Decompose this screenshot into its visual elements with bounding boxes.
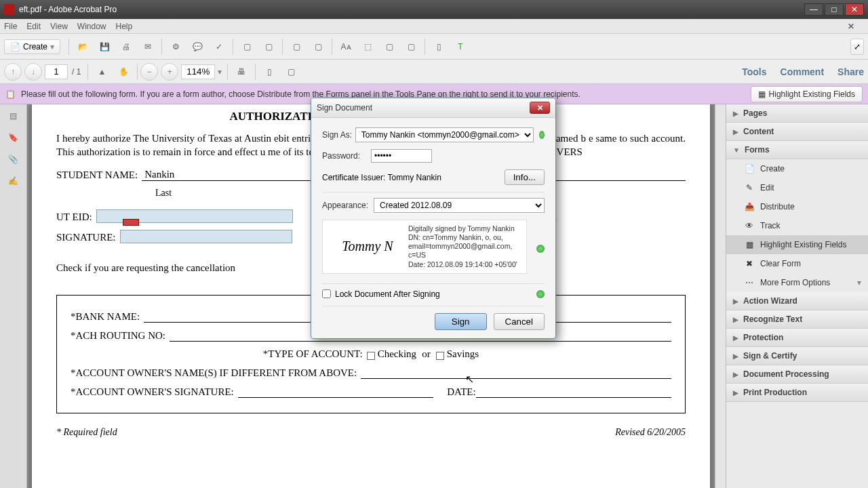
sign-document-dialog: Sign Document ✕ Sign As: Tommy Nankin <t… [311,98,556,339]
zoom-in-button[interactable]: + [161,63,178,81]
panel-print-production[interactable]: ▶Print Production [726,384,868,402]
menu-file[interactable]: File [4,22,17,31]
owner-sig-field[interactable] [238,386,433,398]
save-icon[interactable]: 💾 [96,38,113,56]
date-label: DATE: [447,386,476,398]
sign-button[interactable]: Sign [435,313,487,330]
forms-edit[interactable]: ✎Edit [726,178,868,197]
create-icon: 📄 [10,42,20,52]
tool-icon[interactable]: ▢ [282,63,300,81]
page-count: / 1 [72,67,81,77]
highlight-label: Highlight Existing Fields [769,89,855,99]
main-toolbar: 📄 Create ▾ 📂 💾 🖨 ✉ ⚙ 💬 ✓ ▢ ▢ ▢ ▢ Aᴀ ⬚ ▢ … [0,34,868,60]
tools-link[interactable]: Tools [742,66,766,77]
tool-icon[interactable]: ▢ [402,38,420,56]
comment-link[interactable]: Comment [781,66,825,77]
savings-checkbox[interactable] [436,352,444,360]
open-icon[interactable]: 📂 [74,38,92,56]
forms-distribute[interactable]: 📤Distribute [726,197,868,216]
lock-checkbox[interactable] [322,289,331,298]
edit-icon: ✎ [744,182,755,193]
prev-page-button[interactable]: ↑ [4,63,22,81]
chevron-down-icon[interactable]: ▾ [218,67,222,77]
scrollbar[interactable] [715,104,726,488]
panel-protection[interactable]: ▶Protection [726,329,868,347]
zoom-input[interactable] [181,64,215,79]
menu-view[interactable]: View [50,22,68,31]
attachments-icon[interactable]: 📎 [8,155,18,164]
tool-icon[interactable]: ⬚ [359,38,376,56]
menu-edit[interactable]: Edit [26,22,41,31]
create-button[interactable]: 📄 Create ▾ [4,39,60,54]
text-tool-icon[interactable]: Aᴀ [337,38,355,56]
appearance-select[interactable]: Created 2012.08.09 [374,198,545,213]
revised-date: Revised 6/20/2005 [615,427,686,438]
tool-icon[interactable]: ▢ [288,38,305,56]
dialog-titlebar: Sign Document ✕ [311,98,555,118]
mail-icon[interactable]: ✉ [139,38,157,56]
print-icon[interactable]: 🖨 [117,38,135,56]
titlebar: eft.pdf - Adobe Acrobat Pro — □ ✕ [0,0,868,19]
required-note: * Required field [56,427,117,438]
panel-content[interactable]: ▶Content [726,123,868,141]
owner-name-field[interactable] [361,367,671,379]
close-doc-button[interactable]: ✕ [848,22,854,31]
date-field[interactable] [476,386,671,398]
form-icon: 📋 [5,89,16,99]
panel-pages[interactable]: ▶Pages [726,104,868,123]
forms-highlight[interactable]: ▦Highlight Existing Fields [726,235,868,254]
bank-name-label: *BANK NAME: [71,311,140,323]
next-page-button[interactable]: ↓ [24,63,42,81]
close-button[interactable]: ✕ [845,3,864,16]
forms-create[interactable]: 📄Create [726,159,868,178]
bookmarks-icon[interactable]: 🔖 [8,133,18,142]
signature-preview: Tommy N Digitally signed by Tommy Nankin… [322,220,527,274]
expand-button[interactable]: ⤢ [850,39,864,55]
maximize-button[interactable]: □ [825,3,844,16]
signatures-icon[interactable]: ✍ [8,176,18,186]
appearance-label: Appearance: [322,201,368,210]
panel-sign-certify[interactable]: ▶Sign & Certify [726,347,868,365]
panel-recognize-text[interactable]: ▶Recognize Text [726,310,868,329]
comment-icon[interactable]: 💬 [189,38,206,56]
cert-issuer: Certificate Issuer: Tommy Nankin [322,173,441,182]
hand-tool-icon[interactable]: ✋ [115,63,132,81]
panel-forms[interactable]: ▼Forms [726,141,868,159]
highlight-fields-button[interactable]: ▦ Highlight Existing Fields [751,86,863,102]
password-input[interactable] [371,149,432,163]
menu-help[interactable]: Help [116,22,133,31]
select-tool-icon[interactable]: ▲ [93,63,111,81]
window-title: eft.pdf - Adobe Acrobat Pro [19,5,803,14]
checking-checkbox[interactable] [367,352,375,360]
minimize-button[interactable]: — [804,3,823,16]
tool-icon[interactable]: ▯ [260,63,278,81]
menu-window[interactable]: Window [77,22,106,31]
page-input[interactable] [45,64,68,79]
forms-clear[interactable]: ✖Clear Form [726,254,868,273]
forms-more[interactable]: ⋯More Form Options▾ [726,273,868,292]
dialog-close-button[interactable]: ✕ [530,102,550,114]
tool-icon[interactable]: 🖶 [233,63,250,81]
signas-select[interactable]: Tommy Nankin <tommyn2000@gmail.com> [355,127,534,142]
zoom-out-button[interactable]: − [140,63,158,81]
thumbnails-icon[interactable]: ▤ [9,111,17,121]
tool-icon[interactable]: ▢ [309,38,327,56]
left-nav-strip: ▤ 🔖 📎 ✍ [0,104,27,488]
gear-icon[interactable]: ⚙ [167,38,184,56]
panel-doc-processing[interactable]: ▶Document Processing [726,365,868,384]
cancel-button[interactable]: Cancel [494,313,545,330]
info-button[interactable]: Info... [505,169,545,185]
signature-label: SIGNATURE: [56,232,116,243]
tool-icon[interactable]: ▢ [238,38,256,56]
forms-track[interactable]: 👁Track [726,216,868,235]
share-link[interactable]: Share [837,66,864,77]
signature-field[interactable] [120,230,292,243]
tool-icon[interactable]: ▢ [260,38,277,56]
tool-icon[interactable]: ▢ [380,38,398,56]
tool-icon[interactable]: T [452,38,469,56]
more-icon: ⋯ [744,277,755,288]
checking-label: Checking [378,348,417,360]
stamp-icon[interactable]: ✓ [210,38,228,56]
tool-icon[interactable]: ▯ [430,38,448,56]
panel-action-wizard[interactable]: ▶Action Wizard [726,292,868,310]
